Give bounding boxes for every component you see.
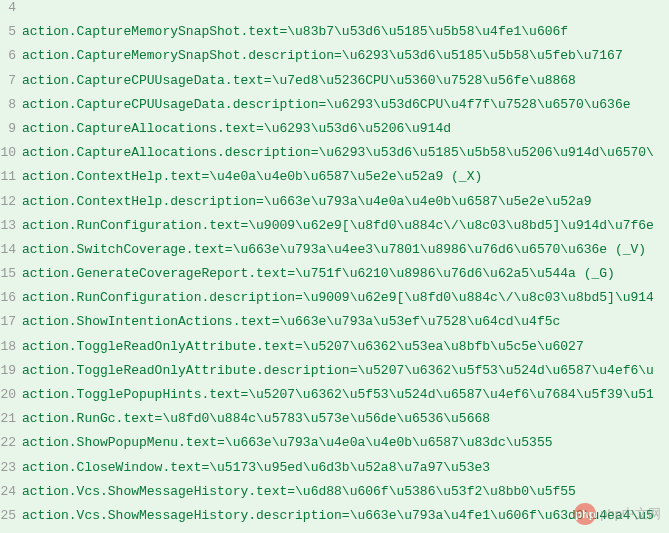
code-text[interactable]: action.ContextHelp.description=\u663e\u7…	[20, 194, 592, 209]
code-text[interactable]: action.CaptureMemorySnapShot.text=\u83b7…	[20, 24, 568, 39]
line-number: 12	[0, 194, 20, 209]
code-text[interactable]: action.CloseWindow.text=\u5173\u95ed\u6d…	[20, 460, 490, 475]
code-text[interactable]: action.TogglePopupHints.text=\u5207\u636…	[20, 387, 654, 402]
code-text[interactable]: action.ToggleReadOnlyAttribute.descripti…	[20, 363, 654, 378]
code-text[interactable]: action.Vcs.ShowMessageHistory.descriptio…	[20, 508, 654, 523]
code-text[interactable]: action.ContextHelp.text=\u4e0a\u4e0b\u65…	[20, 169, 482, 184]
code-text[interactable]: action.CaptureCPUUsageData.description=\…	[20, 97, 631, 112]
line-number: 18	[0, 339, 20, 354]
code-line[interactable]: 20action.TogglePopupHints.text=\u5207\u6…	[0, 387, 669, 411]
line-number: 23	[0, 460, 20, 475]
code-text[interactable]: action.SwitchCoverage.text=\u663e\u793a\…	[20, 242, 646, 257]
line-number: 24	[0, 484, 20, 499]
code-line[interactable]: 19action.ToggleReadOnlyAttribute.descrip…	[0, 363, 669, 387]
line-number: 8	[0, 97, 20, 112]
code-text[interactable]: action.CaptureAllocations.description=\u…	[20, 145, 654, 160]
line-number: 21	[0, 411, 20, 426]
code-editor[interactable]: 45action.CaptureMemorySnapShot.text=\u83…	[0, 0, 669, 533]
code-line[interactable]: 5action.CaptureMemorySnapShot.text=\u83b…	[0, 24, 669, 48]
code-text[interactable]: action.RunGc.text=\u8fd0\u884c\u5783\u57…	[20, 411, 490, 426]
code-text[interactable]: action.ToggleReadOnlyAttribute.text=\u52…	[20, 339, 584, 354]
line-number: 20	[0, 387, 20, 402]
line-number: 17	[0, 314, 20, 329]
code-line[interactable]: 6action.CaptureMemorySnapShot.descriptio…	[0, 48, 669, 72]
line-number: 11	[0, 169, 20, 184]
code-line[interactable]: 16action.RunConfiguration.description=\u…	[0, 290, 669, 314]
code-line[interactable]: 4	[0, 0, 669, 24]
line-number: 14	[0, 242, 20, 257]
code-line[interactable]: 10action.CaptureAllocations.description=…	[0, 145, 669, 169]
line-number: 22	[0, 435, 20, 450]
line-number: 16	[0, 290, 20, 305]
code-text[interactable]: action.ShowIntentionActions.text=\u663e\…	[20, 314, 560, 329]
line-number: 6	[0, 48, 20, 63]
line-number: 7	[0, 73, 20, 88]
line-number: 25	[0, 508, 20, 523]
watermark-logo: php	[574, 503, 596, 525]
code-text[interactable]: action.Vcs.ShowMessageHistory.text=\u6d8…	[20, 484, 576, 499]
code-line[interactable]: 25action.Vcs.ShowMessageHistory.descript…	[0, 508, 669, 532]
code-line[interactable]: 7action.CaptureCPUUsageData.text=\u7ed8\…	[0, 73, 669, 97]
code-line[interactable]: 12action.ContextHelp.description=\u663e\…	[0, 194, 669, 218]
code-line[interactable]: 24action.Vcs.ShowMessageHistory.text=\u6…	[0, 484, 669, 508]
line-number: 5	[0, 24, 20, 39]
watermark-text: php中文网	[600, 505, 661, 523]
code-line[interactable]: 11action.ContextHelp.text=\u4e0a\u4e0b\u…	[0, 169, 669, 193]
code-line[interactable]: 22action.ShowPopupMenu.text=\u663e\u793a…	[0, 435, 669, 459]
code-text[interactable]: action.RunConfiguration.text=\u9009\u62e…	[20, 218, 654, 233]
line-number: 15	[0, 266, 20, 281]
code-text[interactable]: action.GenerateCoverageReport.text=\u751…	[20, 266, 615, 281]
code-text[interactable]: action.ShowPopupMenu.text=\u663e\u793a\u…	[20, 435, 553, 450]
code-line[interactable]: 21action.RunGc.text=\u8fd0\u884c\u5783\u…	[0, 411, 669, 435]
code-text[interactable]: action.CaptureMemorySnapShot.description…	[20, 48, 623, 63]
line-number: 9	[0, 121, 20, 136]
line-number: 19	[0, 363, 20, 378]
watermark: php php中文网	[574, 503, 661, 525]
code-line[interactable]: 8action.CaptureCPUUsageData.description=…	[0, 97, 669, 121]
line-number: 4	[0, 0, 20, 15]
code-line[interactable]: 15action.GenerateCoverageReport.text=\u7…	[0, 266, 669, 290]
code-line[interactable]: 9action.CaptureAllocations.text=\u6293\u…	[0, 121, 669, 145]
code-text[interactable]: action.RunConfiguration.description=\u90…	[20, 290, 654, 305]
code-text[interactable]: action.CaptureCPUUsageData.text=\u7ed8\u…	[20, 73, 576, 88]
line-number: 13	[0, 218, 20, 233]
code-text[interactable]: action.CaptureAllocations.text=\u6293\u5…	[20, 121, 451, 136]
code-line[interactable]: 18action.ToggleReadOnlyAttribute.text=\u…	[0, 339, 669, 363]
code-line[interactable]: 14action.SwitchCoverage.text=\u663e\u793…	[0, 242, 669, 266]
code-line[interactable]: 23action.CloseWindow.text=\u5173\u95ed\u…	[0, 460, 669, 484]
code-line[interactable]: 17action.ShowIntentionActions.text=\u663…	[0, 314, 669, 338]
line-number: 10	[0, 145, 20, 160]
code-line[interactable]: 13action.RunConfiguration.text=\u9009\u6…	[0, 218, 669, 242]
